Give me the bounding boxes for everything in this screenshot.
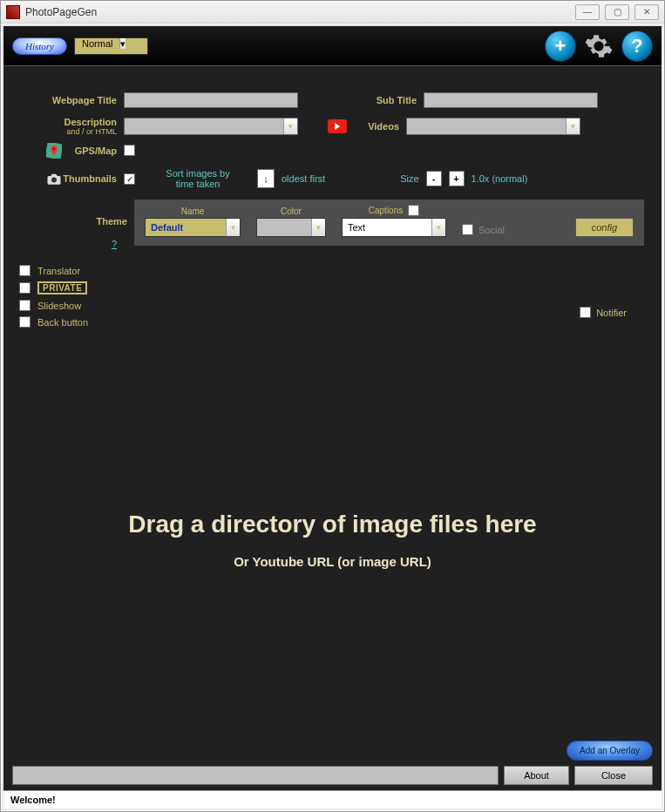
videos-select[interactable]: ▾ [406, 118, 580, 135]
theme-label: Theme [97, 216, 127, 227]
camera-icon[interactable] [45, 170, 63, 187]
gpsmap-label: GPS/Map [21, 145, 117, 156]
description-label: Description [21, 117, 117, 127]
slideshow-label: Slideshow [37, 301, 81, 311]
svg-point-2 [51, 178, 57, 183]
theme-name-select[interactable]: Default ▾ [145, 218, 241, 237]
settings-icon[interactable] [583, 30, 614, 62]
size-minus-button[interactable]: - [426, 171, 442, 186]
back-label: Back button [37, 317, 88, 328]
chevron-down-icon: ▾ [431, 219, 445, 236]
chevron-down-icon: ▾ [566, 118, 580, 134]
help-icon[interactable]: ? [621, 30, 653, 62]
size-value: 1.0x (normal) [472, 173, 528, 184]
notifier-checkbox[interactable] [580, 307, 591, 318]
history-button[interactable]: History [12, 37, 67, 55]
subtitle-label: Sub Title [356, 95, 417, 105]
minimize-button[interactable]: — [575, 4, 600, 20]
theme-help-link[interactable]: ? [112, 239, 117, 249]
app-icon [6, 5, 20, 19]
translator-checkbox[interactable] [19, 265, 31, 276]
description-select[interactable]: ▾ [124, 118, 298, 135]
drop-main-text: Drag a directory of image files here [128, 511, 536, 538]
translator-label: Translator [37, 266, 80, 276]
svg-point-1 [53, 147, 56, 150]
close-button[interactable]: Close [574, 766, 653, 785]
about-button[interactable]: About [504, 766, 569, 785]
config-button[interactable]: config [575, 218, 634, 237]
drop-zone[interactable]: Drag a directory of image files here Or … [3, 343, 662, 735]
private-checkbox[interactable] [19, 282, 31, 294]
chevron-down-icon: ▾ [226, 219, 240, 236]
theme-name-header: Name [145, 206, 241, 216]
theme-name-value: Default [146, 222, 188, 233]
subtitle-input[interactable] [424, 92, 598, 108]
back-checkbox[interactable] [19, 316, 31, 328]
theme-captions-header: Captions [369, 206, 403, 215]
size-plus-button[interactable]: + [449, 171, 465, 186]
social-label: Social [478, 225, 505, 235]
close-window-button[interactable]: ✕ [634, 4, 659, 20]
thumbnails-checkbox[interactable]: ✓ [124, 173, 135, 185]
theme-captions-value: Text [343, 222, 370, 233]
mode-value: Normal [78, 38, 116, 49]
social-checkbox[interactable] [462, 224, 473, 235]
private-badge: PRIVATE [37, 281, 87, 294]
slideshow-checkbox[interactable] [19, 300, 31, 311]
sort-direction-button[interactable]: ↓ [257, 169, 275, 188]
size-label: Size [400, 173, 418, 184]
bottom-bar: Add an Overlay About Close [3, 735, 662, 790]
path-input[interactable] [12, 766, 499, 785]
top-toolbar: History Normal ▾ + ? [3, 26, 662, 66]
chevron-down-icon: ▾ [283, 118, 297, 134]
options-area: Translator PRIVATE Slideshow Back button… [3, 254, 662, 343]
theme-captions-select[interactable]: Text ▾ [342, 218, 446, 237]
window-title: PhotoPageGen [25, 6, 97, 18]
youtube-icon [328, 119, 347, 133]
titlebar: PhotoPageGen — ▢ ✕ [1, 1, 664, 24]
mode-select[interactable]: Normal ▾ [74, 37, 148, 55]
theme-color-header: Color [256, 206, 326, 216]
add-icon[interactable]: + [545, 30, 576, 62]
theme-color-select[interactable]: ▾ [256, 218, 326, 237]
maps-icon[interactable] [45, 142, 63, 159]
form-area: Webpage Title Sub Title Description and … [3, 66, 662, 254]
status-bar: Welcome! [3, 790, 662, 809]
sort-order-text: oldest first [282, 173, 325, 184]
add-overlay-button[interactable]: Add an Overlay [567, 741, 653, 761]
theme-panel: Name Default ▾ Color ▾ [134, 200, 644, 246]
notifier-label: Notifier [596, 308, 627, 318]
webpage-title-label: Webpage Title [21, 95, 117, 105]
gpsmap-checkbox[interactable] [124, 145, 135, 156]
drop-sub-text: Or Youtube URL (or image URL) [234, 554, 431, 569]
sort-label: Sort images by time taken [163, 168, 233, 189]
chevron-down-icon: ▾ [311, 219, 325, 236]
videos-label: Videos [354, 121, 399, 132]
description-sublabel: and / or HTML [21, 127, 117, 136]
thumbnails-label: Thumbnails [21, 173, 117, 184]
maximize-button[interactable]: ▢ [605, 4, 629, 20]
captions-checkbox[interactable] [408, 205, 419, 216]
webpage-title-input[interactable] [124, 92, 298, 108]
